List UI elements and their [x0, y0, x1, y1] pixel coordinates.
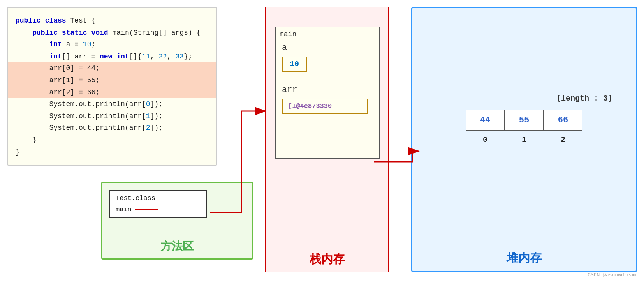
code-line-highlighted: arr[0] = 44;	[8, 62, 216, 74]
var-a-label: a	[276, 40, 379, 54]
var-a-value: 10	[282, 57, 307, 72]
array-cell: 66	[544, 110, 582, 131]
code-line: int a = 10;	[16, 39, 209, 51]
code-line-highlighted: arr[1] = 55;	[8, 74, 216, 87]
method-area-inner: Test.class main	[109, 190, 207, 218]
array-indices: 012	[466, 134, 582, 144]
main-frame: main a 10 arr [I@4c873330	[275, 27, 380, 159]
code-line: System.out.println(arr[1]);	[16, 110, 209, 122]
main-arrow	[135, 209, 158, 210]
main-method-label: main	[116, 206, 201, 213]
watermark: CSDN @asnowdream	[588, 272, 636, 278]
code-line: }	[16, 134, 209, 146]
stack-area: main a 10 arr [I@4c873330 栈内存	[265, 7, 389, 272]
code-line: int[] arr = new int[]{11, 22, 33};	[16, 51, 209, 63]
heap-label: 堆内存	[507, 250, 542, 266]
stack-label: 栈内存	[310, 251, 345, 267]
frame-label: main	[276, 27, 379, 40]
array-cell: 55	[505, 110, 544, 131]
array-index: 1	[505, 134, 544, 144]
code-line: System.out.println(arr[2]);	[16, 122, 209, 134]
method-area-title: 方法区	[161, 239, 194, 254]
length-label: (length : 3)	[556, 94, 612, 103]
var-arr-value: [I@4c873330	[282, 99, 368, 114]
array-cell: 44	[466, 110, 505, 131]
code-line: System.out.println(arr[0]);	[16, 98, 209, 110]
code-panel: public class Test { public static void m…	[7, 7, 217, 166]
code-line: }	[16, 146, 209, 158]
array-boxes: 445566	[466, 110, 582, 131]
code-line: public class Test {	[16, 15, 209, 27]
code-line: public static void main(String[] args) {	[16, 27, 209, 39]
heap-area: (length : 3) 445566 012 堆内存	[411, 7, 637, 272]
var-arr-label: arr	[276, 82, 379, 96]
code-line-highlighted: arr[2] = 66;	[8, 87, 216, 99]
array-index: 2	[544, 134, 582, 144]
method-area: Test.class main 方法区	[101, 182, 253, 260]
array-index: 0	[466, 134, 505, 144]
main-container: public class Test { public static void m…	[0, 0, 644, 281]
test-class-label: Test.class	[116, 194, 201, 202]
